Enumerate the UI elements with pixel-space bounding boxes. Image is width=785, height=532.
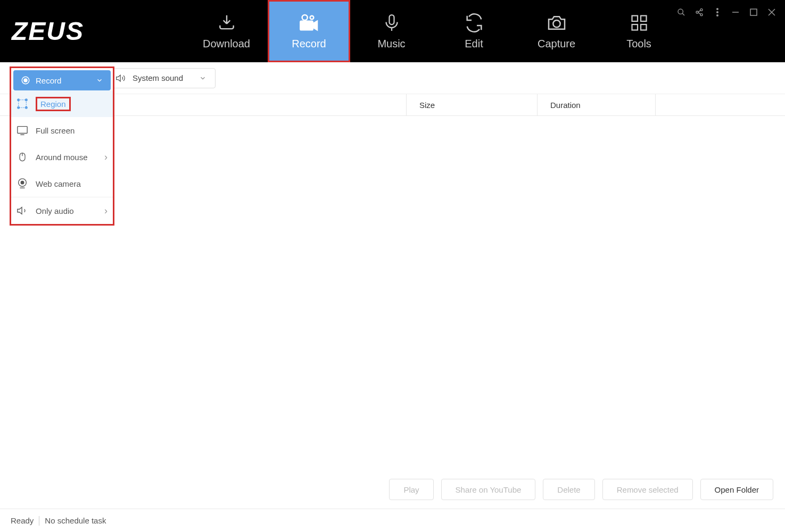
monitor-icon: [16, 124, 28, 136]
svg-rect-2: [300, 21, 312, 30]
svg-point-4: [553, 20, 560, 27]
separator: [39, 516, 39, 526]
record-dot-icon: [21, 76, 30, 85]
app-header: ZEUS Download Record Music Edit: [0, 0, 785, 62]
nav-edit-label: Edit: [465, 38, 483, 50]
nav-record[interactable]: Record: [268, 0, 350, 62]
speaker-icon: [115, 73, 126, 84]
nav-tools[interactable]: Tools: [598, 0, 680, 62]
share-youtube-button[interactable]: Share on YouTube: [441, 479, 536, 500]
svg-rect-3: [389, 15, 394, 24]
svg-rect-22: [19, 100, 27, 108]
webcamera-label: Web camera: [36, 179, 81, 188]
dropdown-item-region[interactable]: Region: [11, 90, 113, 117]
dropdown-item-aroundmouse[interactable]: Around mouse ›: [11, 144, 113, 170]
close-icon[interactable]: [767, 7, 776, 17]
sound-label: System sound: [133, 73, 183, 82]
onlyaudio-label: Only audio: [36, 206, 74, 215]
remove-selected-button[interactable]: Remove selected: [602, 479, 693, 500]
svg-rect-6: [641, 16, 647, 22]
svg-point-23: [18, 99, 20, 101]
status-bar: Ready No schedule task: [0, 509, 785, 532]
svg-point-11: [696, 11, 698, 13]
nav-download[interactable]: Download: [185, 0, 268, 62]
status-schedule: No schedule task: [45, 516, 106, 525]
sound-source-button[interactable]: System sound: [106, 68, 216, 88]
camera-icon: [546, 12, 567, 34]
recording-list: [0, 116, 785, 476]
download-icon: [216, 12, 237, 34]
delete-button[interactable]: Delete: [543, 479, 594, 500]
convert-icon: [464, 12, 485, 34]
nav-music[interactable]: Music: [350, 0, 433, 62]
th-size[interactable]: Size: [406, 94, 537, 115]
chevron-down-icon: [199, 74, 206, 82]
chevron-right-icon: ›: [104, 205, 108, 217]
svg-point-1: [310, 16, 313, 20]
status-ready: Ready: [11, 516, 34, 525]
nav-edit[interactable]: Edit: [433, 0, 515, 62]
nav-capture-label: Capture: [538, 38, 575, 50]
svg-point-10: [700, 9, 703, 11]
th-duration[interactable]: Duration: [537, 94, 655, 115]
region-select-icon: [16, 98, 28, 110]
app-logo: ZEUS: [12, 16, 84, 46]
open-folder-button[interactable]: Open Folder: [700, 479, 773, 500]
svg-rect-5: [632, 16, 638, 22]
aroundmouse-label: Around mouse: [36, 153, 88, 162]
minimize-icon[interactable]: [731, 7, 740, 17]
svg-point-9: [678, 9, 683, 14]
table-header: Size Duration: [0, 94, 785, 116]
svg-point-0: [302, 15, 307, 20]
nav-record-label: Record: [292, 38, 326, 50]
svg-point-13: [716, 8, 718, 10]
nav-tabs: Download Record Music Edit Capture: [185, 0, 680, 62]
share-icon[interactable]: [695, 7, 704, 17]
svg-point-14: [716, 11, 718, 13]
dropdown-item-webcamera[interactable]: Web camera: [11, 170, 113, 197]
svg-point-31: [21, 181, 24, 184]
record-mode-dropdown: Record Region Full screen Around mouse ›…: [10, 66, 114, 226]
svg-point-25: [18, 107, 20, 109]
svg-rect-27: [18, 127, 27, 134]
dropdown-item-fullscreen[interactable]: Full screen: [11, 117, 113, 144]
microphone-icon: [381, 12, 402, 34]
svg-point-26: [26, 107, 28, 109]
record-button[interactable]: Record: [13, 70, 111, 90]
svg-point-21: [24, 79, 27, 82]
region-label: Region: [36, 97, 71, 111]
window-controls: [676, 7, 776, 17]
nav-download-label: Download: [203, 38, 250, 50]
menu-icon[interactable]: [713, 7, 722, 17]
svg-rect-8: [641, 24, 647, 30]
webcam-icon: [16, 178, 28, 189]
svg-point-24: [26, 99, 28, 101]
search-icon[interactable]: [676, 7, 686, 17]
apps-icon: [629, 12, 650, 34]
chevron-right-icon: ›: [104, 152, 108, 163]
th-end: [655, 94, 785, 115]
svg-point-15: [716, 14, 718, 16]
play-button[interactable]: Play: [389, 479, 433, 500]
record-button-label: Record: [36, 76, 61, 85]
nav-music-label: Music: [377, 38, 405, 50]
svg-rect-17: [750, 9, 757, 15]
chevron-down-icon: [96, 77, 103, 84]
action-button-bar: Play Share on YouTube Delete Remove sele…: [389, 479, 773, 500]
audio-icon: [16, 205, 28, 217]
mouse-icon: [16, 151, 28, 163]
maximize-icon[interactable]: [749, 7, 758, 17]
videocamera-icon: [299, 12, 320, 34]
toolbar: System sound: [0, 62, 785, 94]
dropdown-item-onlyaudio[interactable]: Only audio ›: [11, 197, 113, 224]
svg-rect-7: [632, 24, 638, 30]
nav-capture[interactable]: Capture: [515, 0, 598, 62]
nav-tools-label: Tools: [626, 38, 651, 50]
svg-point-12: [700, 14, 703, 16]
fullscreen-label: Full screen: [36, 126, 75, 135]
